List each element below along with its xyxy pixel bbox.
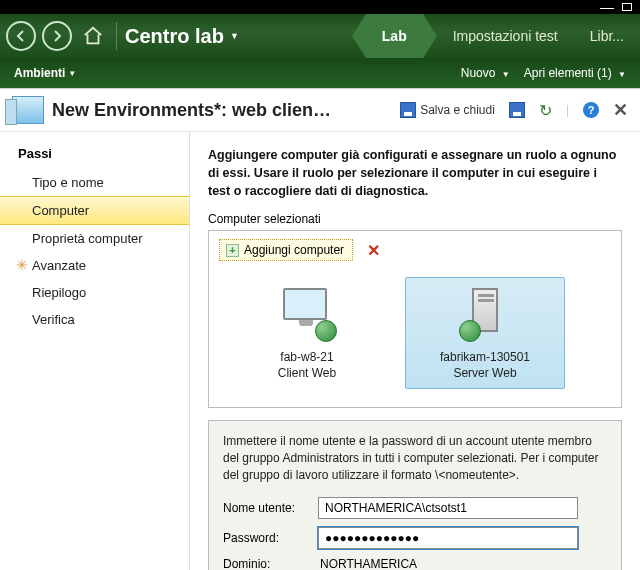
open-items-menu[interactable]: Apri elementi (1) ▼	[524, 66, 626, 80]
username-input[interactable]	[318, 497, 578, 519]
step-label: Avanzate	[32, 258, 86, 273]
step-computer[interactable]: Computer	[0, 196, 189, 225]
step-label: Tipo e nome	[32, 175, 104, 190]
panel-header: New Environments*: web client and... Sal…	[0, 88, 640, 132]
tile-role: Client Web	[234, 366, 380, 382]
computer-tile-client[interactable]: fab-w8-21 Client Web	[227, 277, 387, 388]
password-input[interactable]	[318, 527, 578, 549]
open-items-label: Apri elementi (1)	[524, 66, 612, 80]
tab-library-label: Libr...	[590, 28, 624, 44]
step-label: Verifica	[32, 312, 75, 327]
new-menu[interactable]: Nuovo ▼	[461, 66, 510, 80]
separator: |	[566, 103, 569, 117]
domain-label: Dominio:	[223, 557, 318, 570]
tab-strip: Lab Impostazioni test Libr...	[352, 14, 640, 58]
save-button[interactable]	[509, 102, 525, 118]
window-minimize[interactable]: —	[600, 3, 614, 11]
remove-computer-button[interactable]: ✕	[367, 241, 380, 260]
credentials-instruction: Immettere il nome utente e la password d…	[223, 433, 607, 485]
step-label: Proprietà computer	[32, 231, 143, 246]
step-summary[interactable]: Riepilogo	[0, 279, 189, 306]
close-button[interactable]: ✕	[613, 99, 628, 121]
step-type-name[interactable]: Tipo e nome	[0, 169, 189, 196]
panel-title: New Environments*: web client and...	[52, 100, 332, 121]
forward-button[interactable]	[42, 21, 72, 51]
username-label: Nome utente:	[223, 501, 318, 515]
tab-test-settings-label: Impostazioni test	[453, 28, 558, 44]
credentials-box: Immettere il nome utente e la password d…	[208, 420, 622, 570]
save-and-close-button[interactable]: Salva e chiudi	[400, 102, 495, 118]
plus-icon: +	[226, 244, 239, 257]
main-pane: Aggiungere computer già configurati e as…	[190, 132, 640, 570]
tab-arrow-left-icon[interactable]	[352, 14, 366, 58]
asterisk-icon: ✳	[16, 257, 28, 273]
password-label: Password:	[223, 531, 318, 545]
app-title: Centro lab	[125, 25, 224, 48]
tab-lab[interactable]: Lab	[366, 14, 423, 58]
back-button[interactable]	[6, 21, 36, 51]
sub-header: Ambienti ▼ Nuovo ▼ Apri elementi (1) ▼	[0, 58, 640, 88]
domain-value: NORTHAMERICA	[318, 557, 417, 570]
help-button[interactable]: ?	[583, 102, 599, 118]
step-verify[interactable]: Verifica	[0, 306, 189, 333]
refresh-button[interactable]: ↻	[539, 101, 552, 120]
tab-arrow-right-icon[interactable]	[423, 14, 437, 58]
client-computer-icon	[283, 288, 331, 336]
step-label: Computer	[32, 203, 89, 218]
title-dropdown-icon[interactable]: ▼	[230, 31, 239, 41]
selected-computers-box: + Aggiungi computer ✕ fab-w8-21 Client W…	[208, 230, 622, 407]
tab-library[interactable]: Libr...	[574, 14, 640, 58]
step-computer-properties[interactable]: Proprietà computer	[0, 225, 189, 252]
step-instruction: Aggiungere computer già configurati e as…	[208, 146, 622, 200]
steps-heading: Passi	[0, 146, 189, 169]
tab-test-settings[interactable]: Impostazioni test	[437, 14, 574, 58]
new-menu-label: Nuovo	[461, 66, 496, 80]
disk-icon	[400, 102, 416, 118]
window-maximize[interactable]	[622, 3, 632, 11]
tab-lab-label: Lab	[382, 28, 407, 44]
add-computer-button[interactable]: + Aggiungi computer	[219, 239, 353, 261]
step-advanced[interactable]: ✳Avanzate	[0, 252, 189, 279]
selected-computers-label: Computer selezionati	[208, 212, 622, 226]
computer-tile-server[interactable]: fabrikam-130501 Server Web	[405, 277, 565, 388]
subheader-title: Ambienti	[14, 66, 65, 80]
steps-sidebar: Passi Tipo e nome Computer Proprietà com…	[0, 132, 190, 570]
tile-role: Server Web	[412, 366, 558, 382]
chevron-down-icon: ▼	[502, 70, 510, 79]
tile-name: fabrikam-130501	[412, 350, 558, 366]
save-and-close-label: Salva e chiudi	[420, 103, 495, 117]
environment-icon	[12, 96, 44, 124]
subheader-dropdown-icon[interactable]: ▼	[68, 69, 76, 78]
separator	[116, 22, 117, 50]
tile-name: fab-w8-21	[234, 350, 380, 366]
app-header: Centro lab ▼ Lab Impostazioni test Libr.…	[0, 14, 640, 58]
home-button[interactable]	[78, 21, 108, 51]
chevron-down-icon: ▼	[618, 70, 626, 79]
server-computer-icon	[461, 288, 509, 336]
step-label: Riepilogo	[32, 285, 86, 300]
add-computer-label: Aggiungi computer	[244, 243, 344, 257]
